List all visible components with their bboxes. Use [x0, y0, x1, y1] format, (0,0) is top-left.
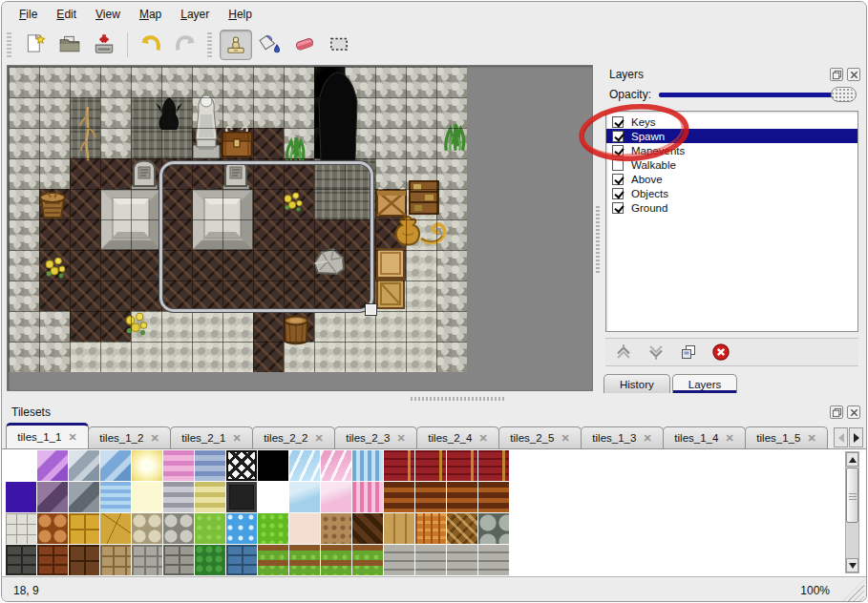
palette-tile-wall-grayplank[interactable]	[384, 545, 414, 575]
scrollbar-thumb[interactable]	[846, 468, 858, 523]
palette-tile-planks-brown[interactable]	[384, 482, 414, 512]
palette-tile-white[interactable]	[258, 482, 288, 512]
window-resize-grip[interactable]	[843, 580, 864, 601]
palette-tile-water-blue[interactable]	[289, 450, 320, 481]
menu-map[interactable]: Map	[130, 5, 171, 24]
palette-tile-cobble-beige[interactable]	[132, 513, 162, 544]
palette-tile-herringbone[interactable]	[447, 513, 477, 544]
scroll-up-button[interactable]	[846, 452, 858, 467]
scroll-tabs-left-button[interactable]	[834, 427, 848, 447]
palette-tile-crystal-dkpurple[interactable]	[37, 482, 68, 512]
selection-resize-handle[interactable]	[365, 303, 377, 316]
palette-tile-cobble-gray[interactable]	[163, 513, 194, 544]
move-down-layer-button[interactable]	[646, 342, 667, 363]
palette-tile-stripes-gray[interactable]	[163, 482, 194, 512]
palette-tile-wall-blue[interactable]	[226, 545, 257, 575]
menu-help[interactable]: Help	[219, 5, 262, 24]
menu-view[interactable]: View	[86, 5, 130, 24]
tileset-tab-tiles_2_4[interactable]: tiles_2_4✕	[416, 426, 499, 448]
menu-edit[interactable]: Edit	[47, 5, 86, 24]
palette-tile-farm[interactable]	[289, 545, 320, 575]
layer-visibility-checkbox[interactable]	[612, 202, 624, 214]
layer-row-keys[interactable]: Keys	[606, 114, 857, 129]
palette-tile-brick-red[interactable]	[384, 450, 414, 481]
tileset-tab-tiles_1_3[interactable]: tiles_1_3✕	[581, 426, 664, 448]
palette-tile-sand-pink[interactable]	[289, 513, 320, 544]
toolbar-handle[interactable]	[7, 32, 11, 57]
palette-tile-planks-brown[interactable]	[447, 482, 477, 512]
palette-tile-plaque[interactable]	[226, 482, 257, 512]
palette-tile-crystal-purple[interactable]	[37, 450, 68, 481]
palette-tile-planks-dkdiag[interactable]	[352, 513, 383, 544]
layer-visibility-checkbox[interactable]	[612, 131, 624, 142]
close-panel-icon[interactable]	[847, 405, 860, 419]
duplicate-layer-button[interactable]	[678, 342, 699, 363]
close-tab-icon[interactable]: ✕	[807, 432, 815, 445]
palette-tile-wall-brownlg[interactable]	[69, 545, 99, 575]
palette-tile-tiles-yellow[interactable]	[69, 513, 99, 544]
palette-tile-brick-red[interactable]	[447, 450, 477, 481]
scroll-down-button[interactable]	[846, 558, 858, 572]
palette-tile-wall-graybrick[interactable]	[163, 545, 194, 575]
tileset-tab-tiles_1_5[interactable]: tiles_1_5✕	[745, 426, 828, 448]
palette-tile-falls-pink[interactable]	[352, 482, 383, 512]
palette-tile-white[interactable]	[6, 450, 36, 481]
palette-tile-falls-blue[interactable]	[352, 450, 383, 481]
eraser-button[interactable]	[288, 30, 321, 60]
rect-select-button[interactable]	[323, 30, 355, 60]
palette-tile-wall-grayplank[interactable]	[478, 545, 509, 575]
vertical-splitter[interactable]	[595, 63, 602, 395]
fill-button[interactable]	[254, 30, 286, 60]
palette-tile-water-pink[interactable]	[321, 450, 351, 481]
layer-row-walkable[interactable]: Walkable	[606, 157, 857, 172]
stamp-button[interactable]	[220, 30, 252, 60]
menu-file[interactable]: File	[10, 5, 47, 24]
save-button[interactable]	[88, 30, 120, 60]
move-up-layer-button[interactable]	[613, 342, 634, 363]
palette-tile-stripes-yellow[interactable]	[195, 482, 225, 512]
horizontal-splitter[interactable]	[2, 395, 866, 403]
palette-tile-farm[interactable]	[321, 545, 351, 575]
opacity-slider-handle[interactable]	[831, 87, 857, 102]
palette-tile-grass-bright[interactable]	[258, 513, 288, 544]
palette-tile-water-pink2[interactable]	[321, 482, 351, 512]
layer-visibility-checkbox[interactable]	[612, 116, 624, 128]
toolbar-handle[interactable]	[207, 32, 212, 57]
open-button[interactable]	[53, 30, 86, 60]
palette-tile-brick-red[interactable]	[415, 450, 446, 481]
close-tab-icon[interactable]: ✕	[725, 432, 733, 445]
new-file-button[interactable]	[19, 30, 52, 60]
tileset-tab-tiles_2_3[interactable]: tiles_2_3✕	[334, 426, 417, 448]
palette-tile-farm[interactable]	[352, 545, 383, 575]
palette-tile-cobble-orange[interactable]	[37, 513, 68, 544]
close-tab-icon[interactable]: ✕	[643, 432, 651, 445]
delete-layer-button[interactable]	[710, 342, 731, 363]
palette-tile-crystal-blue[interactable]	[100, 450, 131, 481]
palette-tile-crystal-gray[interactable]	[69, 450, 99, 481]
redo-button[interactable]	[169, 30, 201, 60]
palette-tile-water-sparkle[interactable]	[226, 513, 257, 544]
palette-tile-wall-tan[interactable]	[100, 545, 131, 575]
tab-layers[interactable]: Layers	[672, 374, 738, 393]
tileset-tab-tiles_1_1[interactable]: tiles_1_1✕	[6, 423, 89, 448]
layer-visibility-checkbox[interactable]	[612, 159, 624, 171]
palette-tile-farm[interactable]	[258, 545, 288, 575]
palette-tile-pale-yellow[interactable]	[132, 482, 162, 512]
close-tab-icon[interactable]: ✕	[232, 432, 241, 445]
tileset-tab-tiles_2_1[interactable]: tiles_2_1✕	[170, 426, 253, 448]
palette-tile-wall-graystone[interactable]	[132, 545, 162, 575]
palette-tile-cracked-yellow[interactable]	[100, 513, 131, 544]
palette-tile-black[interactable]	[258, 450, 288, 481]
layer-row-spawn[interactable]: Spawn	[606, 129, 857, 143]
close-tab-icon[interactable]: ✕	[396, 432, 405, 445]
close-tab-icon[interactable]: ✕	[150, 432, 159, 445]
close-tab-icon[interactable]: ✕	[561, 432, 569, 445]
palette-tile-dirt-specks[interactable]	[321, 513, 351, 544]
close-tab-icon[interactable]: ✕	[314, 432, 323, 445]
tileset-tab-tiles_2_5[interactable]: tiles_2_5✕	[498, 426, 582, 448]
palette-tile-wall-brown[interactable]	[37, 545, 68, 575]
float-panel-icon[interactable]	[830, 405, 843, 419]
close-tab-icon[interactable]: ✕	[68, 431, 76, 444]
tileset-tab-tiles_1_2[interactable]: tiles_1_2✕	[88, 426, 171, 448]
tab-history[interactable]: History	[603, 374, 670, 393]
